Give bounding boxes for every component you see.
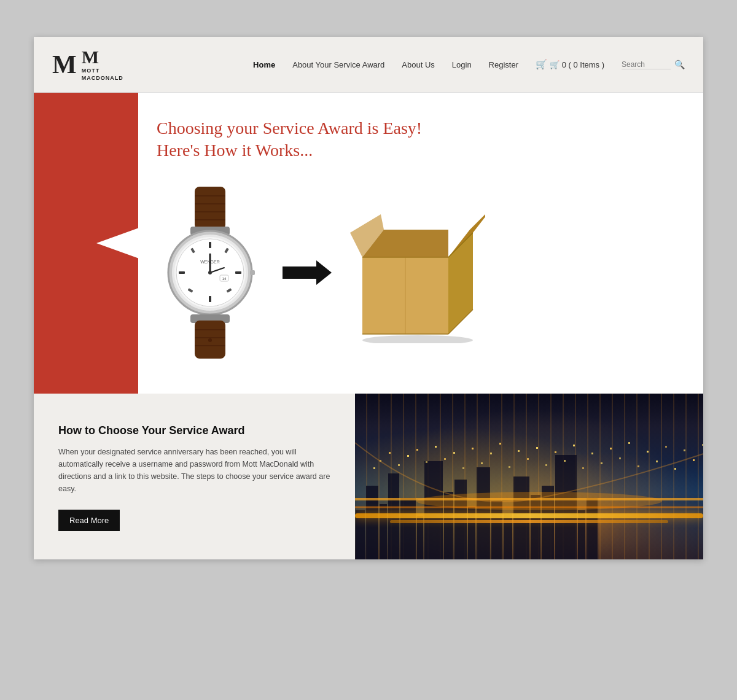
svg-rect-71 [619,457,621,459]
city-scene [355,394,703,559]
svg-point-21 [208,271,212,274]
svg-text:14: 14 [222,277,227,281]
highway [355,513,703,518]
svg-rect-78 [684,449,685,451]
svg-rect-60 [518,450,520,452]
svg-rect-77 [674,468,676,470]
hero-images: WENGER 14 [157,187,673,359]
svg-rect-62 [536,447,538,449]
svg-rect-10 [209,242,211,248]
svg-rect-47 [398,464,400,466]
logo-company-name: MOTT MACDONALD [82,66,123,81]
svg-rect-65 [564,460,566,462]
svg-rect-48 [407,455,409,457]
hero-title-line2: Here's How it Works... [157,141,313,160]
search-button[interactable]: 🔍 [674,60,685,69]
svg-rect-57 [490,453,492,454]
svg-rect-63 [545,464,547,466]
city-lights-svg [355,394,703,559]
hero-banner: Choosing your Service Award is Easy! Her… [34,93,703,394]
svg-rect-53 [453,452,455,454]
city-image-panel [355,394,703,559]
svg-rect-49 [416,449,418,451]
watch-svg: WENGER 14 [157,187,264,359]
logo-m-large: M [52,52,77,77]
search-area: 🔍 [622,60,685,69]
logo-m-small: M [82,48,99,66]
nav-login[interactable]: Login [452,60,472,69]
svg-rect-52 [444,458,446,460]
logo-line1: MOTT [82,68,123,74]
svg-rect-50 [426,461,427,463]
svg-rect-73 [638,465,639,467]
svg-rect-56 [481,462,483,464]
nav-home[interactable]: Home [253,60,275,69]
page-wrapper: M M MOTT MACDONALD Home About Your Servi… [0,0,737,596]
svg-rect-54 [462,467,464,469]
svg-marker-34 [448,233,473,334]
svg-rect-70 [610,448,612,449]
info-panel: How to Choose Your Service Award When yo… [34,394,355,559]
svg-rect-75 [656,461,658,462]
svg-rect-80 [702,444,703,446]
info-title: How to Choose Your Service Award [58,424,330,437]
svg-rect-0 [195,187,225,230]
logo-line2: MACDONALD [82,75,123,81]
svg-rect-51 [435,446,437,448]
nav-about-us[interactable]: About Us [402,60,434,69]
svg-rect-55 [472,448,474,449]
svg-rect-59 [509,466,510,468]
info-body: When your designated service anniversary… [58,446,330,495]
svg-rect-67 [582,467,584,469]
svg-rect-11 [209,296,211,302]
svg-rect-12 [235,271,241,274]
box-svg [350,196,485,343]
logo-area: M M MOTT MACDONALD [52,48,123,81]
highway2 [390,520,668,523]
read-more-button[interactable]: Read More [58,510,120,531]
cart-area[interactable]: 🛒 🛒 0 ( 0 Items ) [536,59,604,70]
nav-register[interactable]: Register [489,60,518,69]
svg-rect-69 [601,462,602,464]
box-container [350,196,485,349]
svg-rect-79 [693,459,695,461]
svg-rect-61 [527,458,529,460]
svg-rect-13 [179,271,185,274]
svg-rect-24 [250,270,255,275]
svg-rect-68 [591,453,593,454]
svg-rect-64 [555,451,556,453]
hero-title-line1: Choosing your Service Award is Easy! [157,119,422,138]
logo-right: M MOTT MACDONALD [82,48,123,81]
cart-label: 🛒 0 ( 0 Items ) [550,60,604,69]
hero-title: Choosing your Service Award is Easy! Her… [157,117,673,162]
site-header: M M MOTT MACDONALD Home About Your Servi… [34,37,703,93]
svg-rect-44 [373,467,375,469]
site-container: M M MOTT MACDONALD Home About Your Servi… [34,37,703,559]
main-nav: Home About Your Service Award About Us L… [253,59,685,70]
svg-rect-46 [389,452,391,454]
svg-rect-58 [499,443,501,445]
svg-rect-66 [573,445,575,446]
svg-rect-76 [665,446,667,448]
svg-point-32 [362,335,473,343]
nav-about-service-award[interactable]: About Your Service Award [292,60,384,69]
arrow-svg [283,257,332,288]
svg-rect-74 [647,451,649,453]
svg-rect-72 [628,442,630,444]
hero-arrow [283,257,332,288]
cart-icon: 🛒 [536,59,547,70]
search-input[interactable] [622,60,671,69]
svg-point-30 [208,338,212,342]
svg-marker-31 [283,260,332,285]
bottom-section: How to Choose Your Service Award When yo… [34,394,703,559]
watch-container: WENGER 14 [157,187,264,359]
hero-content: Choosing your Service Award is Easy! Her… [34,93,703,394]
